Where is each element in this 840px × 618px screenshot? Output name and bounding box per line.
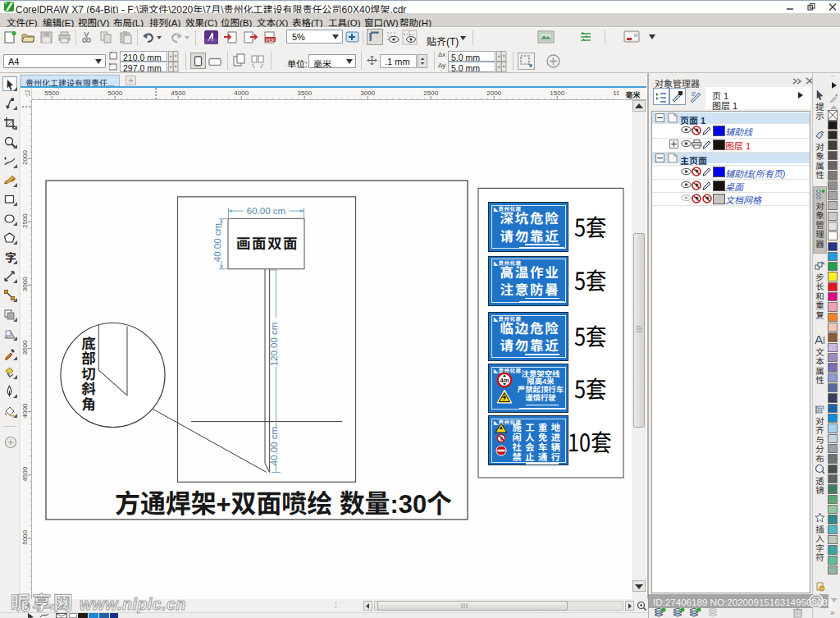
svg-text:40.00 cm: 40.00 cm — [212, 223, 222, 262]
svg-text:3500: 3500 — [297, 89, 312, 97]
svg-text:画面双面: 画面双面 — [236, 236, 299, 252]
svg-text:1500: 1500 — [550, 89, 564, 97]
svg-text:底: 底 — [81, 336, 96, 352]
svg-text:2000: 2000 — [486, 89, 501, 97]
svg-text:40.00 cm: 40.00 cm — [269, 427, 279, 465]
svg-text:2500: 2500 — [22, 213, 29, 228]
svg-text:5500: 5500 — [44, 89, 59, 97]
svg-text:PDF: PDF — [266, 38, 276, 43]
svg-text:60.00 cm: 60.00 cm — [247, 206, 285, 216]
svg-text:4500: 4500 — [171, 89, 185, 97]
svg-text:5000: 5000 — [22, 529, 29, 544]
svg-text:3500: 3500 — [22, 340, 29, 355]
svg-text:3000: 3000 — [22, 277, 29, 291]
svg-text:部: 部 — [81, 350, 96, 367]
svg-text:角: 角 — [81, 396, 96, 413]
svg-text:切: 切 — [81, 366, 96, 382]
svg-text:斜: 斜 — [81, 381, 96, 397]
svg-text:方通焊架+双面喷绘 数量:30个: 方通焊架+双面喷绘 数量:30个 — [115, 489, 452, 519]
svg-text:4000: 4000 — [22, 403, 29, 418]
svg-text:3000: 3000 — [360, 89, 375, 97]
svg-text:2500: 2500 — [423, 89, 438, 97]
svg-text:4000: 4000 — [234, 89, 249, 97]
svg-text:4500: 4500 — [22, 466, 29, 481]
svg-text:2000: 2000 — [22, 150, 29, 165]
svg-text:5000: 5000 — [107, 89, 122, 97]
svg-text:120.00 cm: 120.00 cm — [269, 323, 279, 367]
svg-text:4m: 4m — [500, 377, 509, 384]
